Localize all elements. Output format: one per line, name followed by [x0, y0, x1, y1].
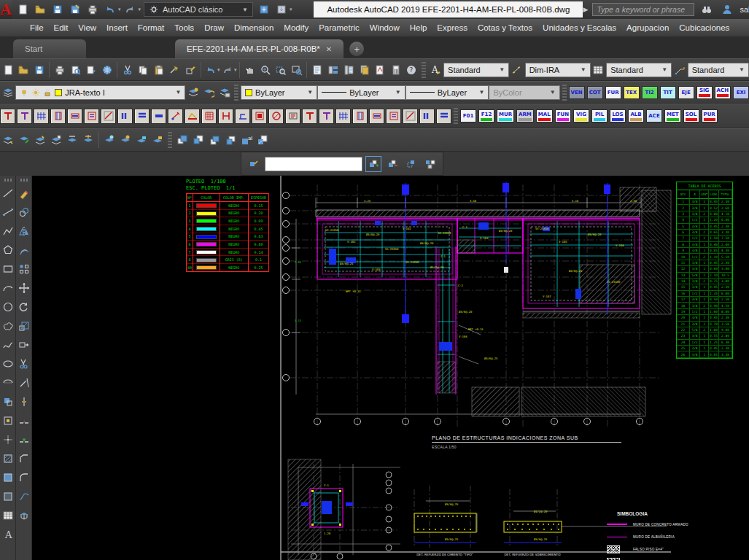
draw-line-button[interactable]	[0, 184, 16, 203]
layer-previous-button[interactable]	[201, 85, 217, 101]
modify-break-pt-button[interactable]	[16, 392, 32, 411]
modify-copy-obj-button[interactable]	[16, 203, 32, 222]
web-button[interactable]	[99, 62, 115, 78]
custom-tool-button-26[interactable]	[419, 109, 435, 124]
layer-thaw-icon[interactable]	[31, 88, 40, 97]
layer-isolate-button[interactable]	[64, 132, 80, 148]
modify-extend-button[interactable]	[16, 373, 32, 392]
layer-properties-button[interactable]	[0, 85, 15, 101]
group-selection-button[interactable]	[403, 156, 419, 172]
draw-make-block-button[interactable]	[0, 411, 16, 430]
cmd-button-sig[interactable]: SIG	[696, 86, 713, 99]
cmd-button-cot[interactable]: COT	[587, 86, 603, 99]
modify-explode-button[interactable]	[16, 506, 32, 525]
cmd-button-alb[interactable]: ALB	[628, 109, 644, 122]
publish-button[interactable]	[83, 62, 98, 78]
undo-button[interactable]	[203, 62, 219, 78]
menu-format[interactable]: Format	[133, 19, 169, 36]
cmd-button-mal[interactable]: MAL	[536, 109, 553, 122]
menu-dimension[interactable]: Dimension	[229, 19, 279, 36]
draw-insert-block-button[interactable]	[0, 392, 16, 411]
drawing-canvas[interactable]: VS-25X50V-101Ø3/8@.20VS-25X50V-102Ø3/8@.…	[32, 176, 749, 560]
modify-mirror-button[interactable]	[16, 222, 32, 241]
layer-on-icon[interactable]	[20, 88, 28, 97]
match-properties-button[interactable]	[167, 62, 182, 78]
copy-objects-new-layer-button[interactable]	[48, 132, 64, 148]
hatch-to-back-button[interactable]	[255, 132, 271, 148]
plot-preview-button[interactable]	[68, 62, 83, 78]
custom-tool-button-19[interactable]	[302, 109, 317, 124]
table-style-combo[interactable]: Standard▼	[606, 63, 672, 77]
text-style-combo[interactable]: Standard▼	[443, 63, 509, 77]
menu-parametric[interactable]: Parametric	[314, 19, 365, 36]
linetype-combo[interactable]: ByLayer▼	[317, 85, 405, 100]
tool-palettes-button[interactable]	[341, 62, 356, 78]
custom-tool-button-5[interactable]	[67, 109, 82, 124]
change-to-current-layer-button[interactable]	[32, 132, 48, 148]
menu-view[interactable]: View	[73, 19, 101, 36]
modify-break-button[interactable]	[16, 411, 32, 430]
layer-freeze-button[interactable]	[101, 132, 117, 148]
copy-clip-button[interactable]	[136, 62, 151, 78]
zoom-previous-button[interactable]	[289, 62, 304, 78]
tab-close-icon[interactable]: ✕	[326, 45, 332, 53]
menu-cotas-y-textos[interactable]: Cotas y Textos	[473, 19, 538, 36]
cmd-button-fur[interactable]: FUR	[605, 86, 621, 99]
sheet-set-button[interactable]	[357, 62, 372, 78]
qat-open-icon[interactable]	[32, 1, 48, 18]
modify-join-button[interactable]	[16, 430, 32, 449]
draw-hatch-button[interactable]	[0, 449, 16, 468]
quickcalc-button[interactable]	[388, 62, 403, 78]
custom-tool-button-15[interactable]	[235, 109, 250, 124]
modify-blend-button[interactable]	[16, 487, 32, 506]
app-menu-button[interactable]: A	[0, 0, 12, 19]
qat-customize-icon[interactable]: ▾	[290, 7, 292, 12]
layer-off-button[interactable]	[117, 132, 133, 148]
group-name-input[interactable]	[265, 157, 362, 171]
cmd-button-arm[interactable]: ARM	[516, 109, 534, 122]
layer-unlock-button[interactable]	[150, 132, 166, 148]
layer-unisolate-button[interactable]	[80, 132, 96, 148]
workspace-save-icon[interactable]	[273, 1, 290, 18]
menu-agrupacion[interactable]: Agrupacion	[621, 19, 674, 36]
cmd-button-ach[interactable]: ACH	[715, 86, 731, 99]
draw-revcloud-button[interactable]	[0, 316, 16, 335]
tab-start[interactable]: Start	[13, 39, 86, 58]
custom-tool-button-14[interactable]	[218, 109, 233, 124]
cmd-button-pur[interactable]: PUR	[702, 109, 718, 122]
custom-tool-button-18[interactable]	[285, 109, 300, 124]
designcenter-button[interactable]	[325, 62, 341, 78]
cmd-button-ven[interactable]: VEN	[569, 86, 585, 99]
workspace-combo[interactable]: AutoCAD clásico ▼	[144, 2, 253, 17]
custom-tool-button-16[interactable]	[252, 109, 267, 124]
draw-polygon-button[interactable]	[0, 241, 16, 260]
custom-tool-button-9[interactable]	[134, 109, 150, 124]
draw-ellipse-button[interactable]	[0, 354, 16, 373]
draw-table-button[interactable]	[0, 506, 16, 525]
modify-stretch-button[interactable]	[16, 335, 32, 354]
custom-tool-button-17[interactable]	[268, 109, 284, 124]
pan-button[interactable]	[242, 62, 257, 78]
cmd-button-exi[interactable]: EXI	[733, 86, 749, 99]
cmd-button-tit[interactable]: TIT	[660, 86, 676, 99]
custom-tool-button-3[interactable]	[34, 109, 49, 124]
draw-spline-button[interactable]	[0, 335, 16, 354]
qat-save-icon[interactable]	[50, 1, 66, 18]
qat-plot-icon[interactable]	[85, 1, 101, 18]
zoom-realtime-button[interactable]	[257, 62, 273, 78]
draw-point-button[interactable]	[0, 430, 16, 449]
menu-unidades-y-escalas[interactable]: Unidades y Escalas	[538, 19, 621, 36]
custom-tool-button-21[interactable]	[335, 109, 351, 124]
menu-draw[interactable]: Draw	[199, 19, 229, 36]
redo-button[interactable]	[220, 62, 236, 78]
draw-mtext-button[interactable]: A	[0, 525, 16, 544]
group-edit-icon[interactable]	[246, 156, 262, 172]
menu-modify[interactable]: Modify	[279, 19, 314, 36]
block-editor-button[interactable]	[182, 62, 198, 78]
qat-new-icon[interactable]	[15, 1, 31, 18]
custom-tool-button-2[interactable]	[17, 109, 32, 124]
menu-file[interactable]: File	[25, 19, 49, 36]
cmd-button-ti2[interactable]: TI2	[642, 86, 658, 99]
cmd-button-met[interactable]: MET	[664, 109, 681, 122]
cmd-button-f12[interactable]: F12	[478, 109, 494, 122]
